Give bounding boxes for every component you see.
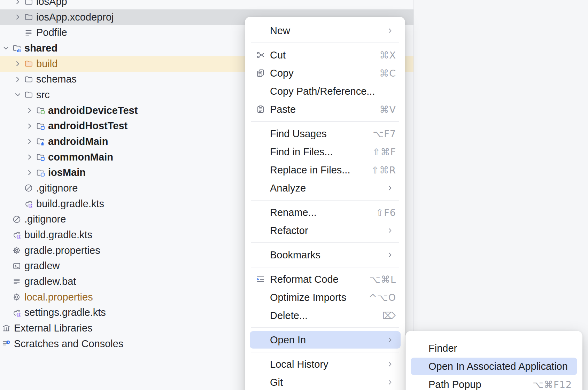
submenu-arrow-icon	[386, 27, 394, 34]
tree-item-label: shared	[24, 42, 57, 54]
clipboard-icon	[256, 104, 265, 114]
tree-item-label: androidHostTest	[48, 120, 127, 132]
scratches-icon	[2, 339, 11, 348]
menu-item-replace-in-files[interactable]: Replace in Files...⇧⌘R	[245, 161, 405, 179]
tree-item-label: build.gradle.kts	[36, 198, 104, 210]
menu-item-label: Analyze	[270, 182, 306, 194]
menu-item-label: Copy	[270, 68, 294, 79]
chevron-right-icon[interactable]	[24, 135, 35, 147]
menu-separator	[245, 40, 405, 46]
menu-item-shortcut: ⇧⌘R	[371, 165, 396, 176]
menu-item-open-in[interactable]: Open In	[245, 331, 405, 349]
tree-item-label: schemas	[36, 73, 77, 85]
open-in-submenu: FinderOpen In Associated ApplicationPath…	[405, 331, 582, 390]
tree-item-label: androidDeviceTest	[48, 105, 138, 116]
submenu-arrow-icon	[386, 227, 394, 234]
menu-item-new[interactable]: New	[245, 22, 405, 40]
chevron-down-icon[interactable]	[1, 42, 11, 54]
chevron-right-icon[interactable]	[13, 73, 23, 85]
tree-item-label: gradlew.bat	[24, 276, 76, 287]
menu-item-shortcut: ⌥⌘L	[370, 274, 396, 285]
menu-item-find-usages[interactable]: Find Usages⌥F7	[245, 125, 405, 143]
menu-item-open-in-associated-application[interactable]: Open In Associated Application	[405, 357, 582, 375]
menu-item-reformat-code[interactable]: Reformat Code⌥⌘L	[245, 270, 405, 288]
menu-item-cut[interactable]: Cut⌘X	[245, 46, 405, 64]
menu-item-bookmarks[interactable]: Bookmarks	[245, 246, 405, 264]
tree-item-label: iosApp.xcodeproj	[36, 11, 114, 23]
chevron-right-icon[interactable]	[24, 120, 35, 132]
menu-item-rename[interactable]: Rename...⇧F6	[245, 203, 405, 221]
scissors-icon	[256, 50, 265, 60]
ignored-file-icon	[24, 184, 33, 193]
menu-item-shortcut: ⌦	[382, 310, 396, 321]
tree-item-iosapp[interactable]: iosApp	[0, 0, 413, 9]
menu-item-finder[interactable]: Finder	[405, 339, 582, 357]
folder-excluded-icon	[24, 59, 33, 68]
chevron-right-icon[interactable]	[13, 11, 23, 23]
chevron-right-icon[interactable]	[24, 104, 35, 116]
tree-item-label: commonMain	[48, 151, 113, 163]
menu-item-label: Finder	[428, 343, 457, 354]
terminal-icon	[12, 262, 21, 271]
menu-separator	[245, 264, 405, 270]
menu-separator	[245, 197, 405, 203]
chevron-right-icon[interactable]	[24, 151, 35, 163]
menu-item-label: Local History	[270, 359, 328, 370]
menu-item-find-in-files[interactable]: Find in Files...⇧⌘F	[245, 143, 405, 161]
tree-item-label: gradlew	[24, 260, 60, 272]
tree-item-label: src	[36, 89, 50, 101]
tree-item-label: External Libraries	[14, 322, 93, 334]
menu-item-label: Replace in Files...	[270, 164, 350, 176]
tree-item-label: iosMain	[48, 167, 86, 178]
folder-test-blue-icon	[36, 122, 45, 131]
menu-separator	[245, 240, 405, 246]
menu-item-label: New	[270, 25, 290, 37]
menu-separator	[245, 325, 405, 331]
menu-item-shortcut: ⌘X	[380, 50, 396, 61]
file-lines-icon	[12, 277, 21, 286]
menu-item-local-history[interactable]: Local History	[245, 355, 405, 373]
ignored-file-icon	[12, 215, 21, 224]
folder-module-icon	[12, 44, 21, 53]
chevron-slot	[1, 244, 11, 256]
chevron-slot	[13, 198, 23, 210]
folder-icon	[24, 90, 33, 99]
menu-item-shortcut: ⇧F6	[376, 207, 396, 218]
tree-item-label: .gitignore	[24, 213, 66, 225]
chevron-down-icon[interactable]	[13, 89, 23, 101]
menu-item-copy-path-reference[interactable]: Copy Path/Reference...	[245, 82, 405, 100]
tree-item-label: Scratches and Consoles	[14, 338, 123, 350]
menu-item-label: Reformat Code	[270, 274, 339, 285]
menu-item-refactor[interactable]: Refactor	[245, 221, 405, 240]
submenu-arrow-icon	[386, 185, 394, 192]
chevron-slot	[1, 275, 11, 287]
chevron-right-icon[interactable]	[13, 0, 23, 8]
chevron-right-icon[interactable]	[13, 58, 23, 70]
chevron-slot	[1, 260, 11, 272]
context-menu: NewCut⌘XCopy⌘CCopy Path/Reference...Past…	[245, 17, 405, 390]
menu-item-optimize-imports[interactable]: Optimize Imports^⌥O	[245, 288, 405, 306]
submenu-arrow-icon	[386, 379, 394, 386]
menu-item-copy[interactable]: Copy⌘C	[245, 64, 405, 82]
menu-item-label: Path Popup	[428, 379, 481, 390]
tree-item-label: .gitignore	[36, 182, 78, 194]
tree-item-label: build.gradle.kts	[24, 229, 92, 241]
tree-item-label: androidMain	[48, 136, 108, 147]
menu-item-path-popup[interactable]: Path Popup⌥⌘F12	[405, 375, 582, 390]
menu-item-label: Copy Path/Reference...	[270, 86, 375, 97]
menu-item-paste[interactable]: Paste⌘V	[245, 100, 405, 118]
menu-item-label: Cut	[270, 49, 286, 61]
chevron-right-icon[interactable]	[24, 167, 35, 179]
ide-window: { "colors": { "panel_bg": "#F7F8FA", "ed…	[0, 0, 588, 390]
menu-item-analyze[interactable]: Analyze	[245, 179, 405, 197]
menu-separator	[245, 349, 405, 355]
folder-icon	[24, 13, 33, 22]
menu-item-delete[interactable]: Delete...⌦	[245, 306, 405, 325]
gear-icon	[12, 246, 21, 255]
menu-item-label: Paste	[270, 104, 296, 115]
menu-item-git[interactable]: Git	[245, 373, 405, 390]
tree-item-label: iosApp	[36, 0, 67, 7]
tree-item-label: build	[36, 58, 57, 70]
menu-separator	[245, 118, 405, 125]
folder-source-icon	[36, 168, 45, 177]
